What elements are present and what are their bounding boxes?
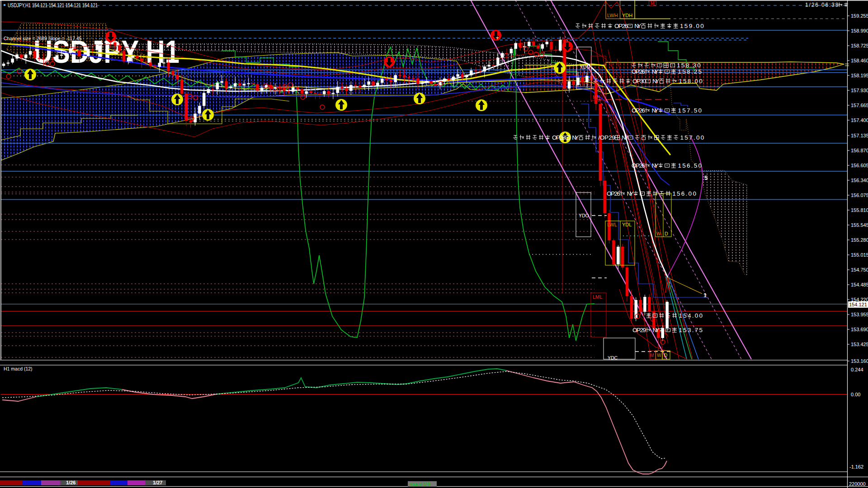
svg-text:1/27: 1/27 (153, 480, 162, 485)
svg-text:Channel size = 2689 Slope = -1: Channel size = 2689 Slope = -117.45 (4, 36, 82, 41)
svg-text:LWL: LWL (607, 222, 617, 227)
svg-text:155.810: 155.810 (851, 207, 868, 213)
svg-text:158.195: 158.195 (851, 73, 868, 78)
svg-text:W: W (656, 231, 661, 236)
svg-text:NY: NY (651, 68, 658, 75)
svg-text:D: D (665, 231, 668, 236)
svg-text:H1 macd (12): H1 macd (12) (4, 366, 33, 371)
svg-text:NY: NY (651, 107, 658, 114)
svg-text:153.955: 153.955 (851, 312, 868, 317)
svg-text:153.690: 153.690 (851, 327, 868, 332)
svg-text:YDO: YDO (580, 64, 590, 70)
svg-text:154.121: 154.121 (849, 302, 867, 307)
svg-text:YDC: YDC (608, 355, 618, 361)
svg-text:USDJPY,H1 154.121 154.121 154: USDJPY,H1 154.121 154.121 154.121 154.12… (8, 2, 98, 9)
svg-text:0.244: 0.244 (851, 367, 863, 372)
svg-text:156.340: 156.340 (851, 178, 868, 183)
svg-text:157.665: 157.665 (851, 103, 868, 108)
svg-text:NY: NY (634, 23, 641, 29)
svg-text:-1.162: -1.162 (849, 464, 863, 469)
svg-text:OP30: OP30 (632, 78, 646, 84)
svg-text:220000: 220000 (849, 481, 866, 487)
svg-text:NY: NY (651, 162, 658, 169)
svg-text:LWH: LWH (607, 13, 618, 18)
svg-text:NY: NY (652, 78, 659, 84)
svg-text:157.135: 157.135 (851, 133, 868, 138)
svg-text:154.750: 154.750 (851, 267, 868, 272)
svg-text:OP28: OP28 (552, 134, 566, 141)
svg-text:YDL: YDL (622, 222, 632, 227)
svg-text:M: M (650, 353, 654, 358)
svg-text:1: 1 (703, 292, 707, 299)
svg-text:W: W (657, 353, 661, 358)
svg-text:158.725: 158.725 (851, 43, 868, 48)
svg-text:156.075: 156.075 (851, 192, 868, 198)
svg-text:158.990: 158.990 (851, 28, 868, 33)
svg-text:153.160: 153.160 (851, 358, 868, 364)
svg-text:LML: LML (593, 294, 602, 300)
svg-text:NY: NY (652, 327, 659, 333)
svg-text:D: D (664, 353, 667, 358)
svg-text:153.425: 153.425 (851, 342, 868, 347)
svg-text:M: M (651, 1, 654, 6)
svg-text:155.280: 155.280 (851, 237, 868, 243)
svg-text:157.930: 157.930 (851, 88, 868, 93)
svg-text:OP26: OP26 (632, 162, 645, 169)
svg-text:YDO: YDO (579, 213, 589, 218)
svg-text:5: 5 (704, 174, 708, 181)
svg-text:156.870: 156.870 (851, 148, 868, 153)
svg-text:158.460: 158.460 (851, 58, 868, 63)
svg-text:OP26: OP26 (632, 107, 645, 114)
svg-text:156.605: 156.605 (851, 163, 868, 168)
svg-text:+: + (495, 34, 499, 41)
svg-text:YDH: YDH (622, 13, 632, 18)
svg-text:NY: NY (572, 134, 579, 141)
svg-text:154.485: 154.485 (851, 282, 868, 287)
svg-text:1/26 06:38: 1/26 06:38 (805, 2, 839, 8)
svg-text:OP26: OP26 (607, 190, 620, 197)
svg-text:159.255: 159.255 (851, 13, 868, 19)
svg-text:NY: NY (622, 134, 628, 141)
svg-text:MH: MH (593, 94, 600, 100)
svg-text:macd ON: macd ON (410, 481, 431, 487)
svg-text:155.545: 155.545 (851, 222, 868, 228)
svg-text:OP26: OP26 (632, 68, 645, 75)
svg-text:0.00: 0.00 (851, 392, 860, 397)
svg-text:157.400: 157.400 (851, 117, 868, 123)
svg-text:OP29: OP29 (632, 327, 646, 333)
svg-text:/OP29: /OP29 (598, 134, 615, 141)
svg-text:155.015: 155.015 (851, 252, 868, 258)
svg-text:1/26: 1/26 (66, 480, 75, 485)
svg-text:NY: NY (627, 190, 633, 197)
svg-text:OP26: OP26 (614, 23, 628, 29)
